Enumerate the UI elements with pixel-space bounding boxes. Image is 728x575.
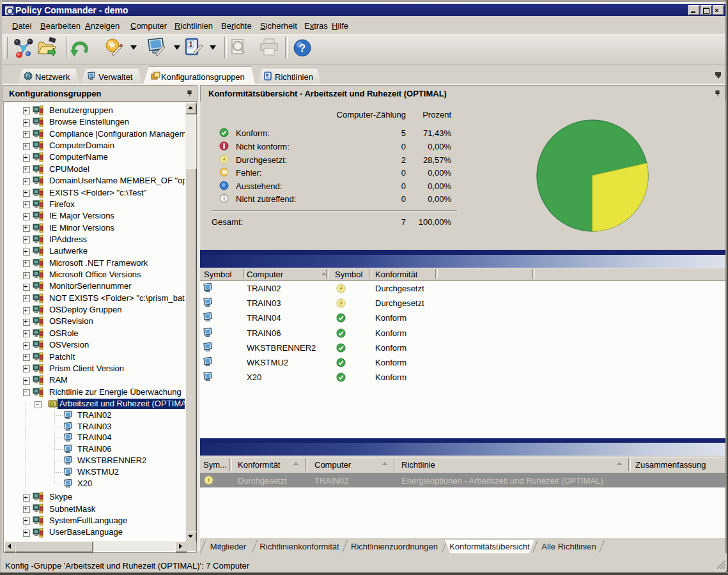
svg-text:?: ?	[299, 42, 306, 54]
svg-text:1: 1	[189, 41, 193, 48]
